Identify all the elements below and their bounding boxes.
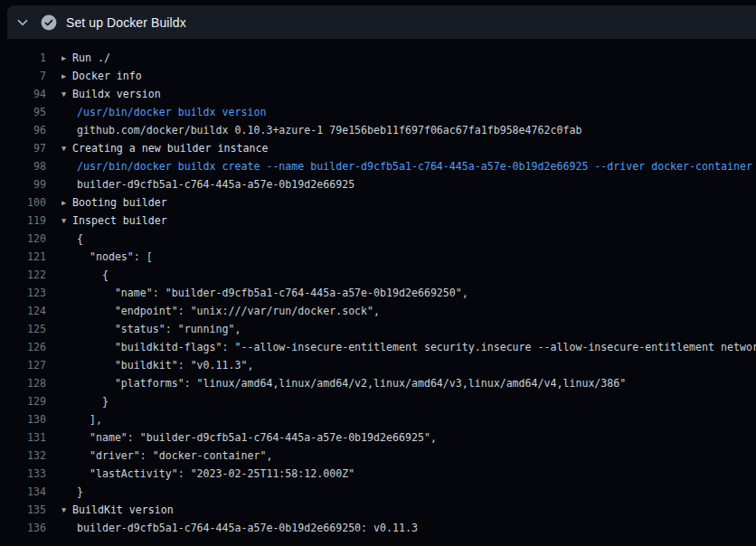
output-text: "endpoint": "unix:///var/run/docker.sock… xyxy=(61,302,756,320)
line-number[interactable]: 99 xyxy=(0,175,46,193)
line-number[interactable]: 128 xyxy=(0,374,46,392)
log-line: 122 { xyxy=(0,266,756,284)
log-group-row[interactable]: ▼Inspect builder xyxy=(61,212,756,230)
log-group-row[interactable]: ▶Run ./ xyxy=(61,49,756,67)
output-text: "driver": "docker-container", xyxy=(61,447,756,465)
chevron-right-icon[interactable]: ▶ xyxy=(61,193,72,212)
log-line: 1▶Run ./ xyxy=(0,49,756,67)
step-title: Set up Docker Buildx xyxy=(66,15,186,30)
log-line: 129 } xyxy=(0,392,756,410)
line-number[interactable]: 100 xyxy=(0,193,46,212)
log-line: 133 "lastActivity": "2023-02-25T11:58:12… xyxy=(0,465,756,483)
line-number[interactable]: 126 xyxy=(0,338,46,356)
log-line: 119▼Inspect builder xyxy=(0,212,756,230)
line-number[interactable]: 7 xyxy=(0,67,46,85)
group-title[interactable]: Creating a new builder instance xyxy=(72,142,268,155)
output-text: "lastActivity": "2023-02-25T11:58:12.000… xyxy=(61,465,756,483)
log-line: 99builder-d9cfb5a1-c764-445a-a57e-0b19d2… xyxy=(0,175,756,193)
output-text: { xyxy=(61,230,756,248)
line-number[interactable]: 122 xyxy=(0,266,46,284)
chevron-down-icon[interactable]: ▼ xyxy=(61,501,72,519)
group-title[interactable]: BuildKit version xyxy=(72,504,174,516)
actions-log-viewer: Set up Docker Buildx 1▶Run ./7▶Docker in… xyxy=(0,5,756,537)
output-text: "status": "running", xyxy=(61,320,756,338)
log-line: 136builder-d9cfb5a1-c764-445a-a57e-0b19d… xyxy=(0,519,756,537)
line-number[interactable]: 132 xyxy=(0,447,46,465)
line-number[interactable]: 130 xyxy=(0,410,46,428)
line-number[interactable]: 120 xyxy=(0,230,46,248)
line-number[interactable]: 129 xyxy=(0,392,46,410)
log-line: 132 "driver": "docker-container", xyxy=(0,447,756,465)
line-number[interactable]: 96 xyxy=(0,121,46,139)
line-number[interactable]: 135 xyxy=(0,501,46,519)
log-group-row[interactable]: ▼BuildKit version xyxy=(61,501,756,519)
line-number[interactable]: 1 xyxy=(0,49,46,67)
output-text: "name": "builder-d9cfb5a1-c764-445a-a57e… xyxy=(61,428,756,447)
line-number[interactable]: 119 xyxy=(0,212,46,230)
line-number[interactable]: 97 xyxy=(0,139,46,157)
command-text: /usr/bin/docker buildx create --name bui… xyxy=(61,157,756,175)
chevron-down-icon[interactable]: ▼ xyxy=(61,139,72,157)
line-number[interactable]: 136 xyxy=(0,519,46,537)
line-number[interactable]: 98 xyxy=(0,157,46,175)
chevron-right-icon[interactable]: ▶ xyxy=(61,67,72,85)
chevron-right-icon[interactable]: ▶ xyxy=(61,49,72,67)
log-line: 96github.com/docker/buildx 0.10.3+azure-… xyxy=(0,121,756,139)
log-line: 130 ], xyxy=(0,410,756,428)
log-group-row[interactable]: ▶Booting builder xyxy=(61,193,756,212)
log-line: 121 "nodes": [ xyxy=(0,248,756,266)
output-text: "name": "builder-d9cfb5a1-c764-445a-a57e… xyxy=(61,284,756,302)
line-number[interactable]: 125 xyxy=(0,320,46,338)
log-line: 125 "status": "running", xyxy=(0,320,756,338)
log-line: 123 "name": "builder-d9cfb5a1-c764-445a-… xyxy=(0,284,756,302)
output-text: "platforms": "linux/amd64,linux/amd64/v2… xyxy=(61,374,756,392)
output-text: } xyxy=(61,392,756,410)
log-line: 135▼BuildKit version xyxy=(0,501,756,519)
chevron-down-icon[interactable] xyxy=(15,15,30,30)
log-lines: 1▶Run ./7▶Docker info94▼Buildx version95… xyxy=(0,39,756,537)
log-line: 120{ xyxy=(0,230,756,248)
log-line: 95/usr/bin/docker buildx version xyxy=(0,103,756,121)
group-title[interactable]: Booting builder xyxy=(72,196,167,209)
log-line: 94▼Buildx version xyxy=(0,85,756,103)
output-text: "buildkitd-flags": "--allow-insecure-ent… xyxy=(61,338,756,356)
output-text: } xyxy=(61,483,756,501)
log-line: 124 "endpoint": "unix:///var/run/docker.… xyxy=(0,302,756,320)
line-number[interactable]: 133 xyxy=(0,465,46,483)
line-number[interactable]: 127 xyxy=(0,356,46,374)
group-title[interactable]: Run ./ xyxy=(72,52,110,64)
line-number[interactable]: 131 xyxy=(0,428,46,447)
group-title[interactable]: Buildx version xyxy=(72,88,161,100)
output-text: "buildkit": "v0.11.3", xyxy=(61,356,756,374)
log-line: 98/usr/bin/docker buildx create --name b… xyxy=(0,157,756,175)
output-text: { xyxy=(61,266,756,284)
log-line: 7▶Docker info xyxy=(0,67,756,85)
output-text: builder-d9cfb5a1-c764-445a-a57e-0b19d2e6… xyxy=(61,175,756,193)
chevron-down-icon[interactable]: ▼ xyxy=(61,212,72,230)
output-text: github.com/docker/buildx 0.10.3+azure-1 … xyxy=(61,121,756,139)
log-line: 127 "buildkit": "v0.11.3", xyxy=(0,356,756,374)
log-group-row[interactable]: ▼Creating a new builder instance xyxy=(61,139,756,157)
line-number[interactable]: 134 xyxy=(0,483,46,501)
line-number[interactable]: 95 xyxy=(0,103,46,121)
chevron-down-icon[interactable]: ▼ xyxy=(61,85,72,103)
line-number[interactable]: 123 xyxy=(0,284,46,302)
output-text: "nodes": [ xyxy=(61,248,756,266)
group-title[interactable]: Docker info xyxy=(72,70,142,82)
log-line: 126 "buildkitd-flags": "--allow-insecure… xyxy=(0,338,756,356)
line-number[interactable]: 124 xyxy=(0,302,46,320)
group-title[interactable]: Inspect builder xyxy=(72,214,167,227)
step-header[interactable]: Set up Docker Buildx xyxy=(7,5,756,39)
log-group-row[interactable]: ▶Docker info xyxy=(61,67,756,85)
log-line: 100▶Booting builder xyxy=(0,193,756,212)
output-text: ], xyxy=(61,410,756,428)
line-number[interactable]: 121 xyxy=(0,248,46,266)
log-line: 131 "name": "builder-d9cfb5a1-c764-445a-… xyxy=(0,428,756,447)
output-text: builder-d9cfb5a1-c764-445a-a57e-0b19d2e6… xyxy=(61,519,756,537)
log-group-row[interactable]: ▼Buildx version xyxy=(61,85,756,103)
line-number[interactable]: 94 xyxy=(0,85,46,103)
log-line: 128 "platforms": "linux/amd64,linux/amd6… xyxy=(0,374,756,392)
command-text: /usr/bin/docker buildx version xyxy=(61,103,756,121)
log-line: 97▼Creating a new builder instance xyxy=(0,139,756,157)
check-circle-icon xyxy=(41,14,57,31)
